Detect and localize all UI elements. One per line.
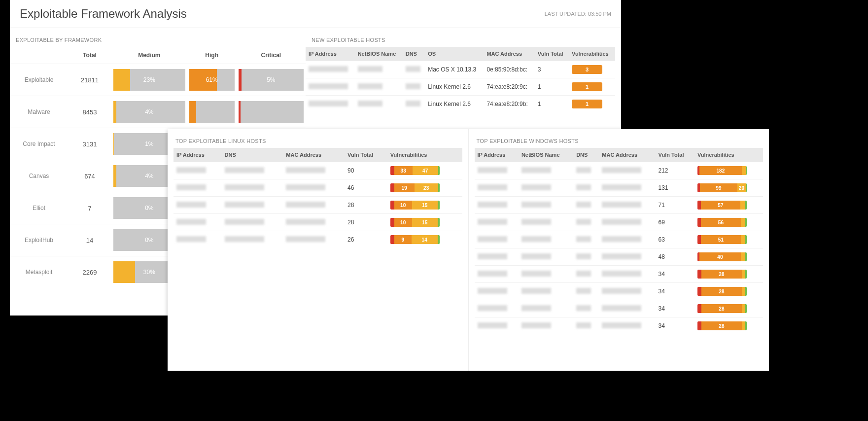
framework-name: Metasploit	[10, 256, 68, 288]
vuln-pill[interactable]: 1	[572, 100, 602, 108]
cell-mac	[599, 162, 655, 179]
cell-vuln-total: 48	[656, 248, 694, 266]
windows-host-row[interactable]: 6956	[475, 214, 764, 231]
col-high[interactable]: High	[187, 47, 237, 64]
cell-vulns: 28	[694, 283, 763, 300]
linux-hosts-table: IP Address DNS MAC Address Vuln Total Vu…	[174, 148, 462, 248]
cell-vulns: 28	[694, 317, 763, 335]
linux-host-row[interactable]: 26914	[174, 231, 462, 248]
cell-vulns: 57	[694, 197, 763, 214]
col-medium[interactable]: Medium	[111, 47, 187, 64]
col-mac[interactable]: MAC Address	[484, 47, 534, 61]
cell-dns	[222, 162, 283, 179]
framework-name: Malware	[10, 96, 68, 128]
vuln-bar[interactable]: 914	[390, 235, 440, 244]
vuln-bar[interactable]: 28	[697, 270, 747, 279]
cell-netbios	[519, 214, 573, 231]
linux-host-row[interactable]: 281015	[174, 197, 462, 214]
cell-vulns: 182	[694, 162, 763, 179]
vuln-bar[interactable]: 28	[697, 304, 747, 313]
cell-vuln-total: 46	[345, 179, 387, 197]
medium-bar: 4%	[113, 101, 185, 123]
cell-vuln-total: 3	[535, 61, 569, 78]
cell-vulns: 1015	[387, 214, 462, 231]
framework-row[interactable]: Malware84534%	[10, 96, 306, 128]
framework-name: Canvas	[10, 160, 68, 192]
windows-host-row[interactable]: 4840	[475, 248, 764, 266]
col-dns[interactable]: DNS	[222, 148, 283, 162]
vuln-bar[interactable]: 182	[697, 166, 747, 175]
vuln-pill[interactable]: 1	[572, 82, 602, 91]
cell-ip	[174, 179, 222, 197]
windows-host-row[interactable]: 7157	[475, 197, 764, 214]
col-dns[interactable]: DNS	[403, 47, 425, 61]
col-ip[interactable]: IP Address	[174, 148, 222, 162]
cell-vuln-total: 26	[345, 231, 387, 248]
col-netbios[interactable]: NetBIOS Name	[519, 148, 573, 162]
linux-host-row[interactable]: 461923	[174, 179, 462, 197]
cell-mac	[599, 231, 655, 248]
framework-total: 21811	[68, 64, 111, 96]
cell-dns	[573, 300, 599, 317]
cell-vulns: 1923	[387, 179, 462, 197]
cell-mac: 0e:85:90:8d:bc:	[484, 61, 534, 78]
windows-hosts-section: TOP EXPLOITABLE WINDOWS HOSTS IP Address…	[468, 129, 769, 371]
col-total[interactable]: Total	[68, 47, 111, 64]
vuln-bar[interactable]: 1923	[390, 183, 440, 192]
vuln-bar[interactable]: 3347	[390, 166, 440, 175]
col-vuln[interactable]: Vuln Total	[535, 47, 569, 61]
col-ip[interactable]: IP Address	[306, 47, 355, 61]
col-mac[interactable]: MAC Address	[283, 148, 345, 162]
col-ip[interactable]: IP Address	[475, 148, 519, 162]
col-mac[interactable]: MAC Address	[599, 148, 655, 162]
windows-host-row[interactable]: 3428	[475, 283, 764, 300]
col-vuln[interactable]: Vuln Total	[345, 148, 387, 162]
vuln-bar[interactable]: 28	[697, 287, 747, 296]
vuln-pill[interactable]: 3	[572, 65, 602, 74]
new-host-row[interactable]: Linux Kernel 2.674:ea:e8:20:9c:11	[306, 78, 615, 96]
cell-vulns: 28	[694, 300, 763, 317]
linux-host-row[interactable]: 903347	[174, 162, 462, 179]
vuln-bar[interactable]: 40	[697, 252, 747, 261]
new-host-row[interactable]: Mac OS X 10.13.30e:85:90:8d:bc:33	[306, 61, 615, 78]
cell-dns	[573, 231, 599, 248]
cell-mac	[599, 283, 655, 300]
windows-host-row[interactable]: 3428	[475, 317, 764, 335]
vuln-bar[interactable]: 28	[697, 321, 747, 330]
linux-host-row[interactable]: 281015	[174, 214, 462, 231]
cell-mac	[599, 197, 655, 214]
new-hosts-title: NEW EXPLOITABLE HOSTS	[306, 28, 615, 47]
col-netbios[interactable]: NetBIOS Name	[355, 47, 403, 61]
vuln-bar[interactable]: 51	[697, 235, 747, 244]
windows-host-row[interactable]: 1319920	[475, 179, 764, 197]
cell-dns	[222, 231, 283, 248]
cell-ip	[174, 231, 222, 248]
cell-mac	[283, 197, 345, 214]
vuln-bar[interactable]: 57	[697, 201, 747, 210]
vuln-bar[interactable]: 1015	[390, 201, 440, 210]
col-vulns[interactable]: Vulnerabilities	[569, 47, 615, 61]
new-host-row[interactable]: Linux Kernel 2.674:ea:e8:20:9b:11	[306, 96, 615, 113]
col-critical[interactable]: Critical	[237, 47, 306, 64]
windows-host-row[interactable]: 212182	[475, 162, 764, 179]
cell-netbios	[355, 78, 403, 96]
cell-netbios	[519, 162, 573, 179]
windows-host-row[interactable]: 3428	[475, 300, 764, 317]
col-vulns[interactable]: Vulnerabilities	[694, 148, 763, 162]
windows-host-row[interactable]: 3428	[475, 266, 764, 283]
cell-netbios	[355, 61, 403, 78]
vuln-bar[interactable]: 1015	[390, 218, 440, 227]
vuln-bar[interactable]: 56	[697, 218, 747, 227]
col-vulns[interactable]: Vulnerabilities	[387, 148, 462, 162]
windows-host-row[interactable]: 6351	[475, 231, 764, 248]
col-dns[interactable]: DNS	[573, 148, 599, 162]
framework-row[interactable]: Exploitable2181123%61%5%	[10, 64, 306, 96]
col-os[interactable]: OS	[425, 47, 484, 61]
cell-vuln-total: 34	[656, 266, 694, 283]
cell-ip	[174, 197, 222, 214]
col-vuln[interactable]: Vuln Total	[656, 148, 694, 162]
cell-vulns: 40	[694, 248, 763, 266]
cell-vulns: 3347	[387, 162, 462, 179]
vuln-bar[interactable]: 9920	[697, 183, 747, 192]
cell-ip	[475, 214, 519, 231]
